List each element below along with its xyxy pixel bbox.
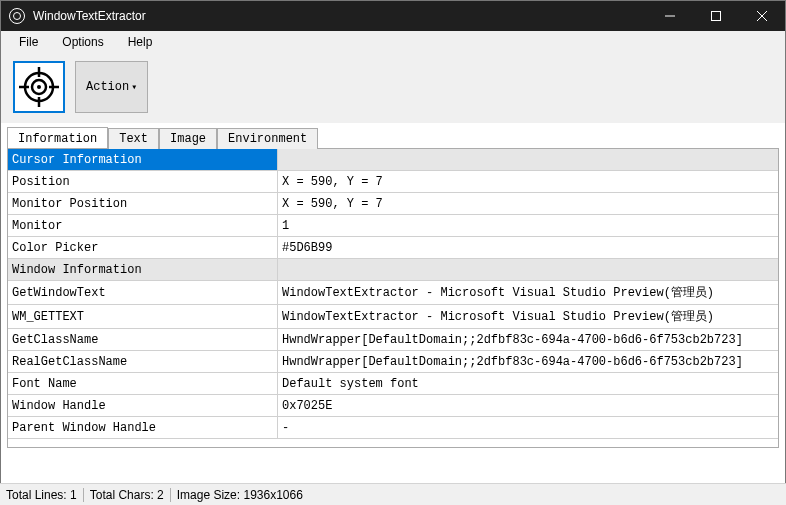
property-key: Monitor Position <box>8 193 278 214</box>
menu-bar: File Options Help <box>1 31 785 53</box>
status-total-chars: Total Chars: 2 <box>90 488 164 502</box>
menu-help[interactable]: Help <box>118 33 163 51</box>
tab-information[interactable]: Information <box>7 127 108 148</box>
target-picker-button[interactable] <box>13 61 65 113</box>
svg-point-6 <box>37 85 41 89</box>
property-key: RealGetClassName <box>8 351 278 372</box>
property-key: Parent Window Handle <box>8 417 278 438</box>
crosshair-icon <box>19 67 59 107</box>
property-row[interactable]: GetClassName HwndWrapper[DefaultDomain;;… <box>8 329 778 351</box>
title-bar: WindowTextExtractor <box>1 1 785 31</box>
menu-options[interactable]: Options <box>52 33 113 51</box>
property-value: X = 590, Y = 7 <box>278 171 778 192</box>
property-key: Position <box>8 171 278 192</box>
property-grid: Cursor Information Position X = 590, Y =… <box>7 148 779 448</box>
content-area: Information Text Image Environment Curso… <box>1 127 785 448</box>
maximize-button[interactable] <box>693 1 739 31</box>
property-value: #5D6B99 <box>278 237 778 258</box>
svg-rect-1 <box>712 12 721 21</box>
property-row[interactable]: Monitor Position X = 590, Y = 7 <box>8 193 778 215</box>
property-value: 1 <box>278 215 778 236</box>
status-separator <box>83 488 84 502</box>
section-row[interactable]: Cursor Information <box>8 149 778 171</box>
property-value: 0x7025E <box>278 395 778 416</box>
window-controls <box>647 1 785 31</box>
property-grid-body[interactable]: Cursor Information Position X = 590, Y =… <box>8 149 778 447</box>
status-bar: Total Lines: 1 Total Chars: 2 Image Size… <box>0 483 786 505</box>
property-row[interactable]: GetWindowText WindowTextExtractor - Micr… <box>8 281 778 305</box>
property-row[interactable]: Monitor 1 <box>8 215 778 237</box>
property-row[interactable]: Window Handle 0x7025E <box>8 395 778 417</box>
menu-file[interactable]: File <box>9 33 48 51</box>
action-dropdown-button[interactable]: Action ▾ <box>75 61 148 113</box>
tab-image[interactable]: Image <box>159 128 217 149</box>
status-total-lines: Total Lines: 1 <box>6 488 77 502</box>
window-title: WindowTextExtractor <box>33 9 647 23</box>
section-value <box>278 259 778 280</box>
status-image-size: Image Size: 1936x1066 <box>177 488 303 502</box>
property-row[interactable]: WM_GETTEXT WindowTextExtractor - Microso… <box>8 305 778 329</box>
section-label: Window Information <box>8 259 278 280</box>
property-value: X = 590, Y = 7 <box>278 193 778 214</box>
property-row[interactable]: RealGetClassName HwndWrapper[DefaultDoma… <box>8 351 778 373</box>
property-key: Color Picker <box>8 237 278 258</box>
app-icon <box>9 8 25 24</box>
property-key: Window Handle <box>8 395 278 416</box>
status-separator <box>170 488 171 502</box>
tab-environment[interactable]: Environment <box>217 128 318 149</box>
property-key: Monitor <box>8 215 278 236</box>
property-key: WM_GETTEXT <box>8 305 278 328</box>
close-button[interactable] <box>739 1 785 31</box>
property-row[interactable]: Color Picker #5D6B99 <box>8 237 778 259</box>
toolbar: Action ▾ <box>1 53 785 123</box>
property-key: GetClassName <box>8 329 278 350</box>
property-value: HwndWrapper[DefaultDomain;;2dfbf83c-694a… <box>278 329 778 350</box>
property-value: WindowTextExtractor - Microsoft Visual S… <box>278 281 778 304</box>
property-value: - <box>278 417 778 438</box>
section-value <box>278 149 778 170</box>
property-key: Font Name <box>8 373 278 394</box>
tab-strip: Information Text Image Environment <box>7 127 779 148</box>
property-key: GetWindowText <box>8 281 278 304</box>
caret-down-icon: ▾ <box>131 81 137 93</box>
property-value: Default system font <box>278 373 778 394</box>
section-label: Cursor Information <box>8 149 278 170</box>
property-row[interactable]: Position X = 590, Y = 7 <box>8 171 778 193</box>
tab-text[interactable]: Text <box>108 128 159 149</box>
property-row[interactable]: Font Name Default system font <box>8 373 778 395</box>
property-value: HwndWrapper[DefaultDomain;;2dfbf83c-694a… <box>278 351 778 372</box>
action-label: Action <box>86 80 129 94</box>
property-value: WindowTextExtractor - Microsoft Visual S… <box>278 305 778 328</box>
section-row[interactable]: Window Information <box>8 259 778 281</box>
property-row[interactable]: Parent Window Handle - <box>8 417 778 439</box>
minimize-button[interactable] <box>647 1 693 31</box>
